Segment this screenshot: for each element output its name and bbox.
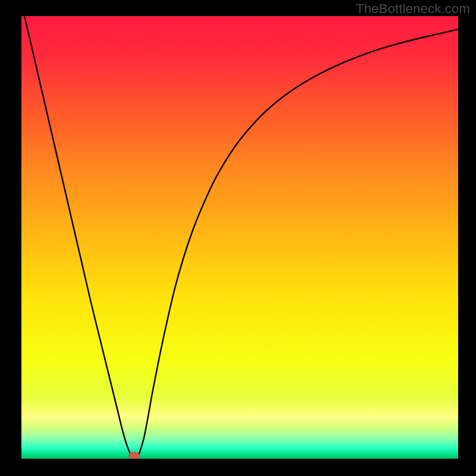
chart-frame: TheBottleneck.com [0, 0, 476, 476]
bottleneck-chart [0, 0, 476, 476]
watermark-text: TheBottleneck.com [356, 1, 470, 17]
gradient-plot-background [21, 16, 458, 459]
optimum-marker [129, 452, 140, 459]
